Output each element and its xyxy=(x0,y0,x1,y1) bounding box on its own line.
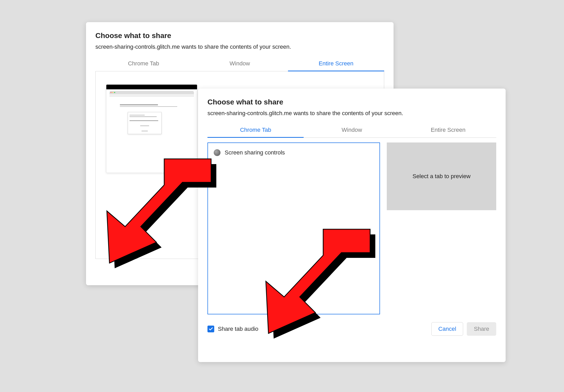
share-audio-label: Share tab audio xyxy=(218,326,258,332)
dialog-footer: Share tab audio Cancel Share xyxy=(207,322,496,336)
share-button: Share xyxy=(467,322,496,336)
tab-list-item[interactable]: Screen sharing controls xyxy=(212,148,376,158)
screen-thumbnail[interactable] xyxy=(106,84,197,173)
tabs: Chrome Tab Window Entire Screen xyxy=(95,57,384,71)
tab-chrome-tab[interactable]: Chrome Tab xyxy=(95,57,192,71)
tab-list-item-label: Screen sharing controls xyxy=(225,149,285,156)
tab-entire-screen[interactable]: Entire Screen xyxy=(400,123,496,138)
tab-list: Screen sharing controls xyxy=(207,142,380,314)
tab-chrome-tab[interactable]: Chrome Tab xyxy=(207,123,304,138)
globe-icon xyxy=(214,149,220,156)
tab-entire-screen[interactable]: Entire Screen xyxy=(288,57,384,71)
checkbox-checked-icon xyxy=(207,326,214,332)
tabs: Chrome Tab Window Entire Screen xyxy=(207,123,496,138)
dialog-title: Choose what to share xyxy=(95,32,384,40)
tab-window[interactable]: Window xyxy=(304,123,400,138)
dialog-subtitle: screen-sharing-controls.glitch.me wants … xyxy=(95,43,384,50)
share-audio-checkbox[interactable]: Share tab audio xyxy=(207,326,258,332)
tab-picker-area: Screen sharing controls Select a tab to … xyxy=(207,142,496,314)
dialog-title: Choose what to share xyxy=(207,98,496,106)
preview-placeholder-text: Select a tab to preview xyxy=(413,173,471,180)
share-dialog-chrome-tab: Choose what to share screen-sharing-cont… xyxy=(198,89,506,362)
preview-placeholder: Select a tab to preview xyxy=(387,142,496,210)
cancel-button[interactable]: Cancel xyxy=(431,322,463,336)
tab-window[interactable]: Window xyxy=(192,57,288,71)
dialog-subtitle: screen-sharing-controls.glitch.me wants … xyxy=(207,110,496,117)
